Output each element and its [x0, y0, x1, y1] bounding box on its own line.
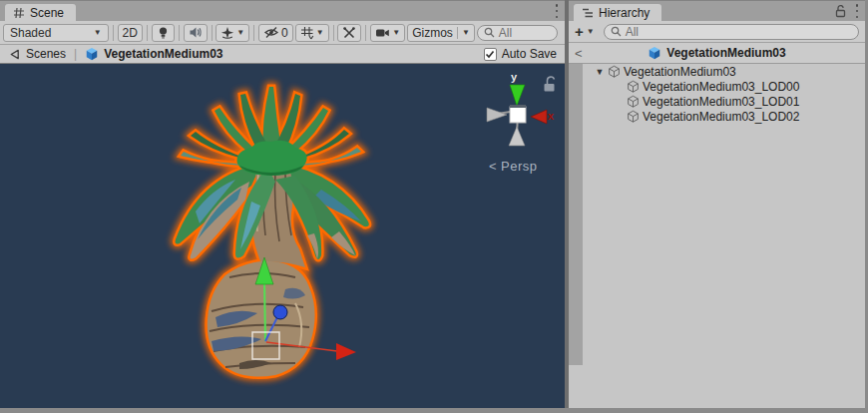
- scene-grid-button[interactable]: ▼: [295, 24, 329, 42]
- breadcrumb-separator: |: [72, 47, 79, 61]
- gameobject-name: VegetationMedium03_LOD02: [643, 110, 799, 124]
- hierarchy-tab-label: Hierarchy: [599, 6, 650, 20]
- lightbulb-icon: [157, 26, 170, 40]
- scene-panel: Scene Shaded ▼ 2D: [0, 0, 565, 408]
- scene-back-icon: [8, 48, 21, 61]
- prefab-cube-icon: [648, 46, 661, 60]
- axis-y-label[interactable]: y: [511, 71, 517, 83]
- tools-icon: [342, 26, 356, 40]
- prefab-name: VegetationMedium03: [666, 46, 785, 60]
- prefab-mode-header: < VegetationMedium03: [569, 43, 865, 64]
- effects-sparkle-icon: [220, 26, 234, 40]
- scene-audio-button[interactable]: [184, 24, 208, 42]
- eye-slash-icon: [263, 26, 279, 39]
- gameobject-name: VegetationMedium03: [624, 65, 736, 79]
- breadcrumb-current: VegetationMedium03: [104, 47, 222, 61]
- prefab-mode-stripe: [569, 64, 583, 365]
- projection-mode-label[interactable]: < Persp: [489, 159, 538, 174]
- unlock-icon: [545, 77, 555, 91]
- grid-tab-icon: [13, 7, 25, 19]
- hierarchy-list-icon: [582, 7, 594, 19]
- tree-row[interactable]: VegetationMedium03_LOD00: [583, 79, 865, 94]
- prefab-title: VegetationMedium03: [569, 46, 865, 60]
- camera-icon: [375, 27, 390, 39]
- component-tools-button[interactable]: [337, 24, 361, 42]
- persp-chevron: <: [489, 159, 497, 174]
- breadcrumb-prefab[interactable]: VegetationMedium03: [85, 47, 222, 61]
- auto-save-toggle[interactable]: Auto Save: [484, 47, 557, 61]
- hierarchy-search-placeholder: All: [626, 25, 639, 39]
- toggle-2d-button[interactable]: 2D: [118, 24, 143, 42]
- chevron-down-icon: ▼: [462, 29, 470, 37]
- chevron-down-icon: ▼: [94, 29, 102, 37]
- foldout-arrow-icon[interactable]: ▼: [595, 67, 605, 77]
- scene-toolbar: Shaded ▼ 2D: [0, 21, 565, 45]
- shading-mode-dropdown[interactable]: Shaded ▼: [3, 24, 109, 42]
- gameobject-cube-icon: [627, 95, 640, 108]
- hierarchy-tabbar: Hierarchy: [569, 1, 865, 21]
- search-icon: [484, 27, 495, 38]
- prefab-cube-icon: [85, 47, 99, 61]
- gameobject-cube-icon: [608, 65, 621, 78]
- search-icon: [611, 26, 622, 37]
- hidden-count: 0: [281, 26, 288, 40]
- chevron-down-icon: ▼: [236, 29, 244, 37]
- chevron-down-icon: ▼: [316, 29, 324, 37]
- tab-hierarchy[interactable]: Hierarchy: [574, 4, 661, 21]
- breadcrumb: Scenes | VegetationMedium03 Auto Save: [0, 45, 565, 64]
- prefab-back-button[interactable]: <: [575, 46, 589, 61]
- chevron-down-icon: ▼: [392, 29, 400, 37]
- gameobject-cube-icon: [627, 110, 640, 123]
- hierarchy-tree: ▼ VegetationMedium03: [569, 64, 865, 365]
- tree-row[interactable]: VegetationMedium03_LOD02: [583, 109, 865, 124]
- scene-menu-icon[interactable]: [555, 4, 559, 18]
- scene-tab-label: Scene: [30, 6, 64, 20]
- gameobject-name: VegetationMedium03_LOD01: [643, 95, 799, 109]
- hierarchy-menu-icon[interactable]: [855, 4, 859, 18]
- scene-search-input[interactable]: All: [477, 25, 558, 41]
- selected-model-vegetation: [0, 64, 565, 408]
- speaker-icon: [189, 26, 203, 39]
- hierarchy-panel: Hierarchy + ▼ All <: [569, 0, 865, 408]
- scene-lighting-button[interactable]: [152, 24, 175, 42]
- scene-effects-button[interactable]: ▼: [216, 24, 249, 42]
- tab-scene[interactable]: Scene: [5, 4, 76, 21]
- scene-search-placeholder: All: [499, 26, 512, 40]
- chevron-down-icon: ▼: [587, 28, 595, 36]
- hierarchy-search-input[interactable]: All: [604, 24, 859, 40]
- tree-row[interactable]: VegetationMedium03_LOD01: [583, 94, 865, 109]
- scene-visibility-button[interactable]: 0: [258, 24, 293, 42]
- orientation-gizmo: [487, 85, 547, 146]
- scene-tabbar: Scene: [0, 1, 565, 21]
- lock-icon[interactable]: [835, 5, 846, 18]
- scene-viewport[interactable]: < Persp y x: [0, 64, 565, 408]
- auto-save-checkbox[interactable]: [484, 48, 497, 61]
- auto-save-label: Auto Save: [502, 47, 557, 61]
- gameobject-cube-icon: [627, 80, 640, 93]
- tree-row[interactable]: ▼ VegetationMedium03: [583, 64, 865, 79]
- add-object-button[interactable]: + ▼: [575, 23, 595, 40]
- gizmos-dropdown[interactable]: Gizmos ▼: [407, 24, 475, 42]
- axis-x-label[interactable]: x: [548, 110, 554, 122]
- hierarchy-toolbar: + ▼ All: [569, 21, 865, 43]
- gameobject-name: VegetationMedium03_LOD00: [643, 80, 799, 94]
- breadcrumb-scenes[interactable]: Scenes: [8, 47, 66, 61]
- scene-camera-button[interactable]: ▼: [370, 24, 405, 42]
- grid-visibility-icon: [300, 26, 314, 40]
